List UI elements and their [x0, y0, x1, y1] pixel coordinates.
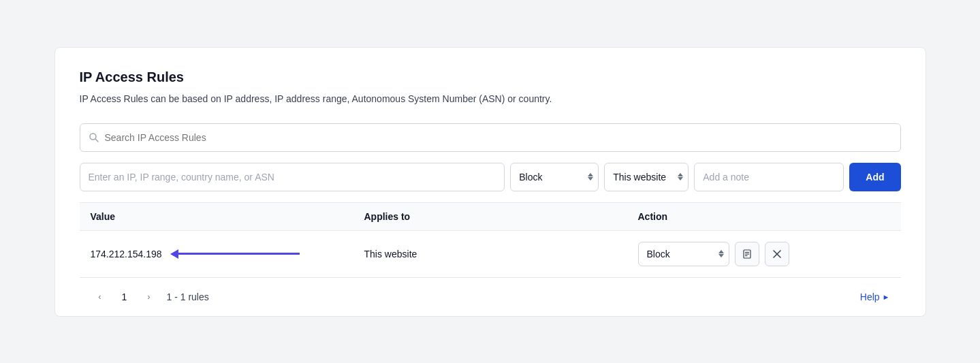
th-action: Action	[627, 211, 901, 222]
table-header: Value Applies to Action	[80, 203, 901, 231]
ip-value: 174.212.154.198	[91, 249, 162, 259]
table-row: 174.212.154.198 This website Block Allow…	[80, 231, 901, 278]
search-icon	[89, 132, 99, 143]
pagination-row: ‹ 1 › 1 - 1 rules Help ►	[80, 278, 901, 316]
help-link[interactable]: Help ►	[860, 291, 890, 302]
add-button[interactable]: Add	[849, 163, 900, 191]
arrow-line	[177, 253, 300, 255]
help-label: Help	[860, 291, 880, 302]
next-page-button[interactable]: ›	[140, 287, 159, 306]
ip-access-rules-card: IP Access Rules IP Access Rules can be b…	[54, 47, 926, 317]
action-select[interactable]: Block Allow Challenge JS Challenge	[510, 163, 599, 191]
td-action: Block Allow Challenge JS Challenge	[627, 242, 901, 266]
td-ip: 174.212.154.198	[80, 249, 353, 259]
action-select-wrap: Block Allow Challenge JS Challenge	[510, 163, 599, 191]
pagination-info: 1 - 1 rules	[167, 291, 209, 302]
search-bar	[80, 123, 901, 152]
scope-select-wrap: This website All websites	[604, 163, 689, 191]
prev-page-button[interactable]: ‹	[91, 287, 110, 306]
add-rule-row: Block Allow Challenge JS Challenge This …	[80, 163, 901, 191]
th-applies-to: Applies to	[353, 211, 627, 222]
td-applies-to: This website	[353, 249, 627, 259]
note-icon	[742, 249, 752, 259]
scope-select[interactable]: This website All websites	[604, 163, 689, 191]
page-title: IP Access Rules	[80, 69, 901, 85]
help-arrow-icon: ►	[883, 293, 890, 301]
page-description: IP Access Rules can be based on IP addre…	[80, 93, 901, 104]
close-icon	[773, 250, 781, 258]
search-input[interactable]	[105, 132, 892, 143]
th-value: Value	[80, 211, 353, 222]
arrow-indicator	[170, 249, 300, 259]
ip-input[interactable]	[80, 163, 505, 191]
row-action-select[interactable]: Block Allow Challenge JS Challenge	[638, 242, 729, 266]
edit-note-button[interactable]	[735, 242, 759, 266]
svg-point-0	[90, 133, 96, 140]
delete-rule-button[interactable]	[765, 242, 789, 266]
row-action-select-wrap: Block Allow Challenge JS Challenge	[638, 242, 729, 266]
applies-to-value: This website	[364, 249, 417, 259]
current-page: 1	[115, 287, 134, 306]
note-input[interactable]	[694, 163, 844, 191]
svg-line-1	[95, 139, 98, 142]
rules-table: Value Applies to Action 174.212.154.198 …	[80, 202, 901, 316]
